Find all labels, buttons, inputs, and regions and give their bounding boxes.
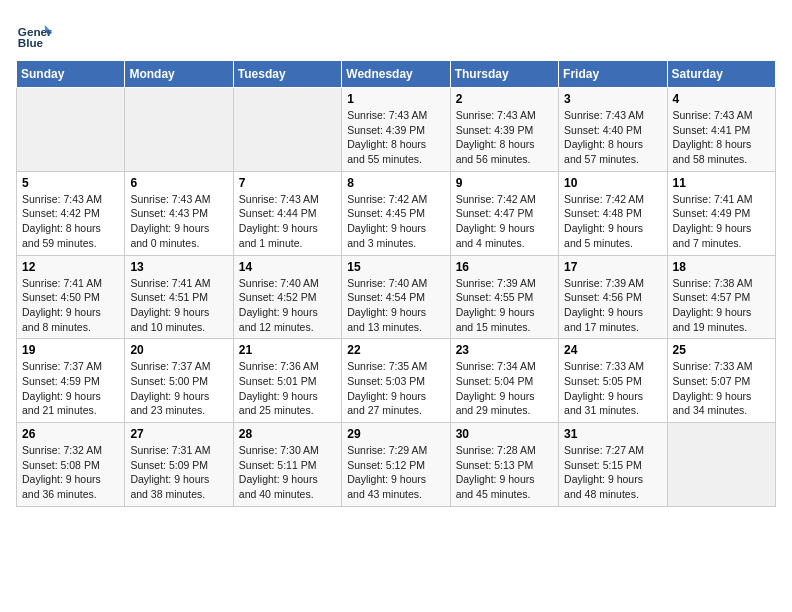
day-info: Sunrise: 7:43 AM Sunset: 4:42 PM Dayligh… xyxy=(22,192,119,251)
day-number: 17 xyxy=(564,260,661,274)
day-info: Sunrise: 7:43 AM Sunset: 4:39 PM Dayligh… xyxy=(347,108,444,167)
calendar-cell: 13Sunrise: 7:41 AM Sunset: 4:51 PM Dayli… xyxy=(125,255,233,339)
logo: General Blue xyxy=(16,16,52,52)
day-number: 30 xyxy=(456,427,553,441)
day-info: Sunrise: 7:40 AM Sunset: 4:52 PM Dayligh… xyxy=(239,276,336,335)
day-info: Sunrise: 7:40 AM Sunset: 4:54 PM Dayligh… xyxy=(347,276,444,335)
day-number: 2 xyxy=(456,92,553,106)
day-number: 7 xyxy=(239,176,336,190)
calendar-cell: 26Sunrise: 7:32 AM Sunset: 5:08 PM Dayli… xyxy=(17,423,125,507)
day-number: 16 xyxy=(456,260,553,274)
calendar-cell: 14Sunrise: 7:40 AM Sunset: 4:52 PM Dayli… xyxy=(233,255,341,339)
calendar-cell: 5Sunrise: 7:43 AM Sunset: 4:42 PM Daylig… xyxy=(17,171,125,255)
page-header: General Blue xyxy=(16,16,776,52)
day-info: Sunrise: 7:34 AM Sunset: 5:04 PM Dayligh… xyxy=(456,359,553,418)
svg-text:Blue: Blue xyxy=(18,36,44,49)
calendar-cell xyxy=(17,88,125,172)
day-number: 28 xyxy=(239,427,336,441)
day-info: Sunrise: 7:42 AM Sunset: 4:48 PM Dayligh… xyxy=(564,192,661,251)
day-number: 27 xyxy=(130,427,227,441)
day-info: Sunrise: 7:39 AM Sunset: 4:56 PM Dayligh… xyxy=(564,276,661,335)
day-number: 5 xyxy=(22,176,119,190)
day-info: Sunrise: 7:36 AM Sunset: 5:01 PM Dayligh… xyxy=(239,359,336,418)
calendar-cell: 22Sunrise: 7:35 AM Sunset: 5:03 PM Dayli… xyxy=(342,339,450,423)
calendar-table: SundayMondayTuesdayWednesdayThursdayFrid… xyxy=(16,60,776,507)
day-number: 8 xyxy=(347,176,444,190)
calendar-cell: 16Sunrise: 7:39 AM Sunset: 4:55 PM Dayli… xyxy=(450,255,558,339)
day-header-sunday: Sunday xyxy=(17,61,125,88)
day-number: 25 xyxy=(673,343,770,357)
calendar-cell: 4Sunrise: 7:43 AM Sunset: 4:41 PM Daylig… xyxy=(667,88,775,172)
calendar-cell: 1Sunrise: 7:43 AM Sunset: 4:39 PM Daylig… xyxy=(342,88,450,172)
calendar-cell: 12Sunrise: 7:41 AM Sunset: 4:50 PM Dayli… xyxy=(17,255,125,339)
day-number: 29 xyxy=(347,427,444,441)
day-info: Sunrise: 7:43 AM Sunset: 4:39 PM Dayligh… xyxy=(456,108,553,167)
calendar-cell: 9Sunrise: 7:42 AM Sunset: 4:47 PM Daylig… xyxy=(450,171,558,255)
day-info: Sunrise: 7:37 AM Sunset: 5:00 PM Dayligh… xyxy=(130,359,227,418)
day-number: 1 xyxy=(347,92,444,106)
day-header-wednesday: Wednesday xyxy=(342,61,450,88)
day-number: 23 xyxy=(456,343,553,357)
day-info: Sunrise: 7:27 AM Sunset: 5:15 PM Dayligh… xyxy=(564,443,661,502)
day-number: 13 xyxy=(130,260,227,274)
day-number: 9 xyxy=(456,176,553,190)
day-info: Sunrise: 7:35 AM Sunset: 5:03 PM Dayligh… xyxy=(347,359,444,418)
calendar-cell: 6Sunrise: 7:43 AM Sunset: 4:43 PM Daylig… xyxy=(125,171,233,255)
day-info: Sunrise: 7:33 AM Sunset: 5:07 PM Dayligh… xyxy=(673,359,770,418)
day-header-friday: Friday xyxy=(559,61,667,88)
calendar-cell xyxy=(125,88,233,172)
day-info: Sunrise: 7:39 AM Sunset: 4:55 PM Dayligh… xyxy=(456,276,553,335)
calendar-cell: 2Sunrise: 7:43 AM Sunset: 4:39 PM Daylig… xyxy=(450,88,558,172)
day-info: Sunrise: 7:43 AM Sunset: 4:40 PM Dayligh… xyxy=(564,108,661,167)
day-header-saturday: Saturday xyxy=(667,61,775,88)
day-header-tuesday: Tuesday xyxy=(233,61,341,88)
day-info: Sunrise: 7:43 AM Sunset: 4:41 PM Dayligh… xyxy=(673,108,770,167)
day-header-monday: Monday xyxy=(125,61,233,88)
day-number: 11 xyxy=(673,176,770,190)
calendar-cell: 30Sunrise: 7:28 AM Sunset: 5:13 PM Dayli… xyxy=(450,423,558,507)
day-info: Sunrise: 7:43 AM Sunset: 4:44 PM Dayligh… xyxy=(239,192,336,251)
day-number: 26 xyxy=(22,427,119,441)
day-number: 22 xyxy=(347,343,444,357)
day-number: 6 xyxy=(130,176,227,190)
day-info: Sunrise: 7:30 AM Sunset: 5:11 PM Dayligh… xyxy=(239,443,336,502)
day-info: Sunrise: 7:28 AM Sunset: 5:13 PM Dayligh… xyxy=(456,443,553,502)
day-number: 19 xyxy=(22,343,119,357)
calendar-cell: 23Sunrise: 7:34 AM Sunset: 5:04 PM Dayli… xyxy=(450,339,558,423)
calendar-cell: 29Sunrise: 7:29 AM Sunset: 5:12 PM Dayli… xyxy=(342,423,450,507)
day-info: Sunrise: 7:42 AM Sunset: 4:47 PM Dayligh… xyxy=(456,192,553,251)
day-info: Sunrise: 7:31 AM Sunset: 5:09 PM Dayligh… xyxy=(130,443,227,502)
day-info: Sunrise: 7:43 AM Sunset: 4:43 PM Dayligh… xyxy=(130,192,227,251)
calendar-cell: 28Sunrise: 7:30 AM Sunset: 5:11 PM Dayli… xyxy=(233,423,341,507)
calendar-cell: 31Sunrise: 7:27 AM Sunset: 5:15 PM Dayli… xyxy=(559,423,667,507)
day-info: Sunrise: 7:29 AM Sunset: 5:12 PM Dayligh… xyxy=(347,443,444,502)
calendar-cell xyxy=(233,88,341,172)
day-number: 4 xyxy=(673,92,770,106)
calendar-cell xyxy=(667,423,775,507)
calendar-cell: 7Sunrise: 7:43 AM Sunset: 4:44 PM Daylig… xyxy=(233,171,341,255)
day-header-thursday: Thursday xyxy=(450,61,558,88)
day-info: Sunrise: 7:41 AM Sunset: 4:51 PM Dayligh… xyxy=(130,276,227,335)
day-info: Sunrise: 7:32 AM Sunset: 5:08 PM Dayligh… xyxy=(22,443,119,502)
day-number: 20 xyxy=(130,343,227,357)
calendar-cell: 25Sunrise: 7:33 AM Sunset: 5:07 PM Dayli… xyxy=(667,339,775,423)
calendar-cell: 21Sunrise: 7:36 AM Sunset: 5:01 PM Dayli… xyxy=(233,339,341,423)
day-info: Sunrise: 7:42 AM Sunset: 4:45 PM Dayligh… xyxy=(347,192,444,251)
calendar-cell: 15Sunrise: 7:40 AM Sunset: 4:54 PM Dayli… xyxy=(342,255,450,339)
calendar-cell: 3Sunrise: 7:43 AM Sunset: 4:40 PM Daylig… xyxy=(559,88,667,172)
day-number: 18 xyxy=(673,260,770,274)
day-number: 31 xyxy=(564,427,661,441)
day-number: 21 xyxy=(239,343,336,357)
day-info: Sunrise: 7:33 AM Sunset: 5:05 PM Dayligh… xyxy=(564,359,661,418)
calendar-cell: 17Sunrise: 7:39 AM Sunset: 4:56 PM Dayli… xyxy=(559,255,667,339)
calendar-cell: 27Sunrise: 7:31 AM Sunset: 5:09 PM Dayli… xyxy=(125,423,233,507)
calendar-cell: 11Sunrise: 7:41 AM Sunset: 4:49 PM Dayli… xyxy=(667,171,775,255)
logo-icon: General Blue xyxy=(16,16,52,52)
day-info: Sunrise: 7:41 AM Sunset: 4:50 PM Dayligh… xyxy=(22,276,119,335)
day-number: 3 xyxy=(564,92,661,106)
calendar-cell: 20Sunrise: 7:37 AM Sunset: 5:00 PM Dayli… xyxy=(125,339,233,423)
calendar-cell: 24Sunrise: 7:33 AM Sunset: 5:05 PM Dayli… xyxy=(559,339,667,423)
calendar-cell: 8Sunrise: 7:42 AM Sunset: 4:45 PM Daylig… xyxy=(342,171,450,255)
day-number: 12 xyxy=(22,260,119,274)
day-info: Sunrise: 7:38 AM Sunset: 4:57 PM Dayligh… xyxy=(673,276,770,335)
